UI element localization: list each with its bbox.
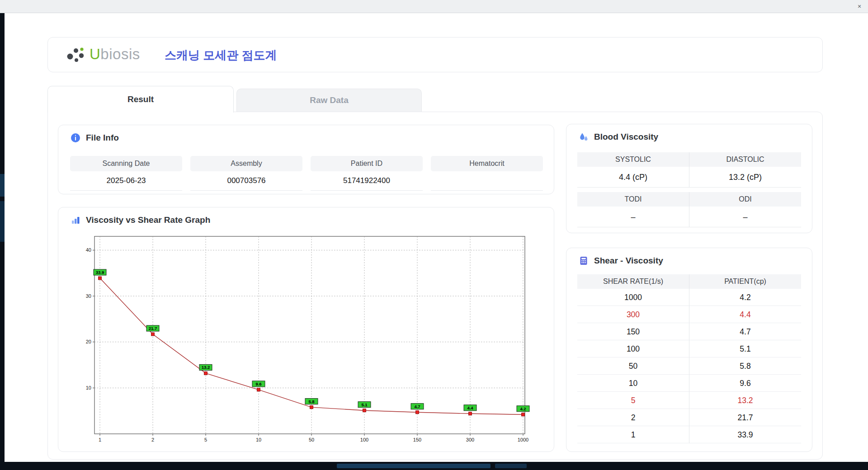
svg-text:30: 30: [86, 293, 91, 299]
table-row: 100 5.1: [577, 340, 801, 357]
svg-text:300: 300: [466, 437, 474, 442]
table-row: 50 5.8: [577, 357, 801, 375]
field-label: Assembly: [190, 156, 302, 171]
close-icon[interactable]: ×: [855, 2, 863, 10]
svg-text:10: 10: [86, 385, 91, 390]
tab-result[interactable]: Result: [47, 86, 234, 113]
field-label: Hematocrit: [431, 156, 543, 171]
section-title: Viscosity vs Shear Rate Graph: [86, 215, 210, 225]
file-info-field: Scanning Date 2025-06-23: [70, 156, 182, 191]
svg-text:1: 1: [99, 437, 101, 442]
patient-cell: 33.9: [689, 426, 801, 443]
section-title: File Info: [86, 133, 119, 143]
svg-text:9.6: 9.6: [255, 381, 261, 386]
bar-chart-icon: [70, 215, 81, 226]
svg-text:5.8: 5.8: [308, 399, 314, 404]
svg-text:1000: 1000: [518, 437, 528, 442]
svg-text:50: 50: [309, 437, 314, 442]
todi-odi-table: TODI ODI – –: [577, 192, 801, 227]
column-header: PATIENT(cp): [689, 274, 801, 289]
info-circle-icon: [70, 132, 81, 143]
field-value: [431, 171, 543, 191]
brand-logo: Ubiosis: [65, 45, 140, 63]
svg-text:33.9: 33.9: [96, 270, 104, 275]
shear-rate-cell: 50: [577, 357, 689, 375]
file-info-field: Assembly 000703576: [190, 156, 302, 191]
svg-text:4.2: 4.2: [520, 406, 526, 411]
table-row: 5 13.2: [577, 392, 801, 409]
dot-cluster-logo-icon: [65, 45, 86, 63]
shear-rate-cell: 150: [577, 323, 689, 340]
svg-text:4.4: 4.4: [467, 405, 473, 410]
section-title: Shear - Viscosity: [594, 256, 663, 266]
table-row: 10 9.6: [577, 375, 801, 392]
field-value: 000703576: [190, 171, 302, 191]
column-header: SYSTOLIC: [577, 152, 689, 167]
patient-cell: 9.6: [689, 375, 801, 392]
systolic-value: 4.4 (cP): [577, 167, 689, 188]
svg-text:10: 10: [256, 437, 261, 442]
svg-text:4.7: 4.7: [414, 404, 420, 409]
todi-value: –: [577, 207, 689, 227]
patient-cell: 4.7: [689, 323, 801, 340]
shear-rate-cell: 2: [577, 409, 689, 426]
shear-rate-cell: 100: [577, 340, 689, 357]
patient-cell: 4.4: [689, 306, 801, 323]
svg-text:20: 20: [86, 339, 91, 344]
droplets-icon: [578, 132, 589, 142]
table-row: 300 4.4: [577, 306, 801, 323]
graph-card: Viscosity vs Shear Rate Graph 1020304012…: [58, 207, 554, 452]
patient-cell: 5.1: [689, 340, 801, 357]
shear-rate-cell: 10: [577, 375, 689, 392]
logo-text: Ubiosis: [90, 46, 140, 63]
content-panel: File Info Scanning Date 2025-06-23 Assem…: [47, 112, 823, 460]
table-row: 1000 4.2: [577, 289, 801, 306]
field-label: Patient ID: [311, 156, 423, 171]
taskbar-fragment: [495, 464, 527, 468]
file-info-field: Patient ID 51741922400: [311, 156, 423, 191]
shear-rate-cell: 1: [577, 426, 689, 443]
header-card: Ubiosis 스캐닝 모세관 점도계: [47, 37, 823, 72]
field-value: 51741922400: [311, 171, 423, 191]
column-header: SHEAR RATE(1/s): [577, 274, 689, 289]
svg-text:5.1: 5.1: [361, 402, 368, 407]
window-titlebar: ×: [0, 0, 868, 13]
logo-rest: biosis: [100, 46, 140, 62]
section-title: Blood Viscosity: [594, 132, 658, 142]
table-row: 2 21.7: [577, 409, 801, 426]
svg-text:21.7: 21.7: [149, 326, 157, 331]
logo-letter-u: U: [90, 46, 100, 62]
desktop-fragment: [0, 201, 5, 242]
table-row: 150 4.7: [577, 323, 801, 340]
patient-cell: 5.8: [689, 357, 801, 375]
svg-text:13.2: 13.2: [202, 365, 210, 370]
column-header: ODI: [689, 192, 801, 207]
svg-text:5: 5: [204, 437, 207, 442]
tab-raw-data[interactable]: Raw Data: [236, 89, 422, 112]
shear-rate-cell: 1000: [577, 289, 689, 306]
file-info-field: Hematocrit: [431, 156, 543, 191]
column-header: DIASTOLIC: [689, 152, 801, 167]
patient-cell: 21.7: [689, 409, 801, 426]
shear-rate-cell: 5: [577, 392, 689, 409]
svg-text:2: 2: [151, 437, 154, 442]
systolic-diastolic-table: SYSTOLIC DIASTOLIC 4.4 (cP) 13.2 (cP): [577, 152, 801, 188]
svg-text:150: 150: [413, 437, 421, 442]
shear-viscosity-table: SHEAR RATE(1/s) PATIENT(cp) 1000 4.2 300…: [577, 274, 801, 443]
patient-cell: 4.2: [689, 289, 801, 306]
calculator-icon: [578, 255, 589, 266]
odi-value: –: [689, 207, 801, 227]
field-value: 2025-06-23: [70, 171, 182, 191]
svg-text:40: 40: [86, 247, 91, 253]
table-row: 1 33.9: [577, 426, 801, 443]
page-title: 스캐닝 모세관 점도계: [165, 38, 277, 73]
file-info-card: File Info Scanning Date 2025-06-23 Assem…: [58, 125, 554, 194]
app-window: Ubiosis 스캐닝 모세관 점도계 Result Raw Data File…: [5, 13, 868, 462]
shear-rate-cell: 300: [577, 306, 689, 323]
viscosity-chart: 102030401251050100150300100033.921.713.2…: [80, 233, 532, 447]
blood-viscosity-card: Blood Viscosity SYSTOLIC DIASTOLIC 4.4 (…: [566, 124, 812, 233]
svg-text:100: 100: [360, 437, 368, 442]
field-label: Scanning Date: [70, 156, 182, 171]
patient-cell: 13.2: [689, 392, 801, 409]
diastolic-value: 13.2 (cP): [689, 167, 801, 188]
